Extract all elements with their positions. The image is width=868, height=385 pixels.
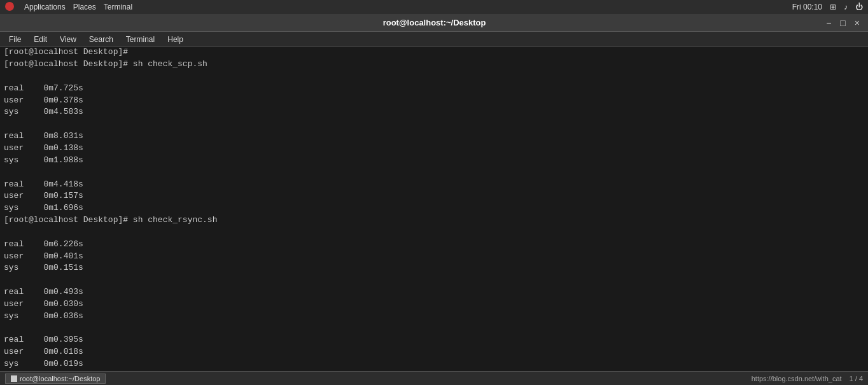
system-bar-right: Fri 00:10 ⊞ ♪ ⏻ [792, 3, 863, 11]
menu-terminal[interactable]: Terminal [121, 34, 160, 45]
terminal-line: sys 0m0.019s [4, 358, 864, 370]
taskbar-url: https://blog.csdn.net/with_cat [752, 375, 842, 382]
taskbar-dot [11, 375, 17, 382]
terminal-line: sys 0m1.988s [4, 155, 864, 167]
terminal-line: [root@localhost Desktop]# sh check_scp.s… [4, 59, 864, 71]
taskbar-window-item[interactable]: root@localhost:~/Desktop [5, 374, 106, 384]
power-icon: ⏻ [855, 3, 863, 11]
taskbar-page-indicator: 1 / 4 [850, 375, 863, 382]
terminal-line: real 0m6.226s [4, 239, 864, 251]
terminal-line: [root@localhost Desktop]# [4, 47, 864, 59]
taskbar: root@localhost:~/Desktop https://blog.cs… [0, 371, 868, 385]
network-icon: ⊞ [830, 3, 836, 11]
terminal-line: real 0m7.725s [4, 83, 864, 95]
close-button[interactable]: × [853, 18, 862, 28]
terminal-menu[interactable]: Terminal [104, 3, 132, 11]
terminal-line: real 0m0.395s [4, 334, 864, 346]
terminal-line: user 0m0.401s [4, 251, 864, 263]
volume-icon: ♪ [844, 3, 848, 11]
terminal-line: user 0m0.157s [4, 190, 864, 202]
taskbar-right: https://blog.csdn.net/with_cat 1 / 4 [752, 375, 863, 382]
terminal-line [4, 274, 864, 286]
terminal-line: sys 0m4.583s [4, 106, 864, 118]
places-menu[interactable]: Places [73, 3, 96, 11]
terminal-line [4, 227, 864, 239]
applications-menu[interactable]: Applications [24, 3, 66, 11]
menu-file[interactable]: File [4, 34, 26, 45]
terminal-line [4, 71, 864, 83]
menu-edit[interactable]: Edit [29, 34, 52, 45]
terminal-content[interactable]: [root@localhost Desktop]# vim check_scp.… [0, 47, 868, 385]
system-bar: Applications Places Terminal Fri 00:10 ⊞… [0, 0, 868, 14]
system-bar-left: Applications Places Terminal [5, 2, 132, 13]
terminal-window: root@localhost:~/Desktop − □ × File Edit… [0, 14, 868, 385]
window-title: root@localhost:~/Desktop [45, 18, 824, 27]
terminal-line: sys 0m0.036s [4, 311, 864, 323]
terminal-line: user 0m0.378s [4, 95, 864, 107]
terminal-line: [root@localhost Desktop]# sh check_rsync… [4, 214, 864, 227]
terminal-line: user 0m0.030s [4, 298, 864, 311]
menu-view[interactable]: View [55, 34, 81, 45]
menu-search[interactable]: Search [84, 34, 118, 45]
datetime-display: Fri 00:10 [792, 3, 822, 11]
taskbar-window-label: root@localhost:~/Desktop [20, 375, 100, 382]
terminal-line: sys 0m1.696s [4, 202, 864, 214]
app-icon [5, 2, 17, 13]
minimize-button[interactable]: − [824, 18, 833, 28]
terminal-line [4, 118, 864, 130]
window-controls[interactable]: − □ × [824, 18, 862, 28]
taskbar-left: root@localhost:~/Desktop [5, 374, 106, 384]
terminal-line: sys 0m0.151s [4, 262, 864, 274]
terminal-line: real 0m4.418s [4, 179, 864, 191]
restore-button[interactable]: □ [838, 18, 847, 28]
terminal-menu-bar: File Edit View Search Terminal Help [0, 32, 868, 47]
terminal-line: real 0m0.493s [4, 286, 864, 298]
terminal-line: user 0m0.138s [4, 143, 864, 155]
terminal-line: real 0m8.031s [4, 130, 864, 143]
terminal-line [4, 167, 864, 179]
terminal-line [4, 323, 864, 335]
title-bar: root@localhost:~/Desktop − □ × [0, 14, 868, 32]
terminal-line: user 0m0.018s [4, 346, 864, 358]
menu-help[interactable]: Help [162, 34, 188, 45]
